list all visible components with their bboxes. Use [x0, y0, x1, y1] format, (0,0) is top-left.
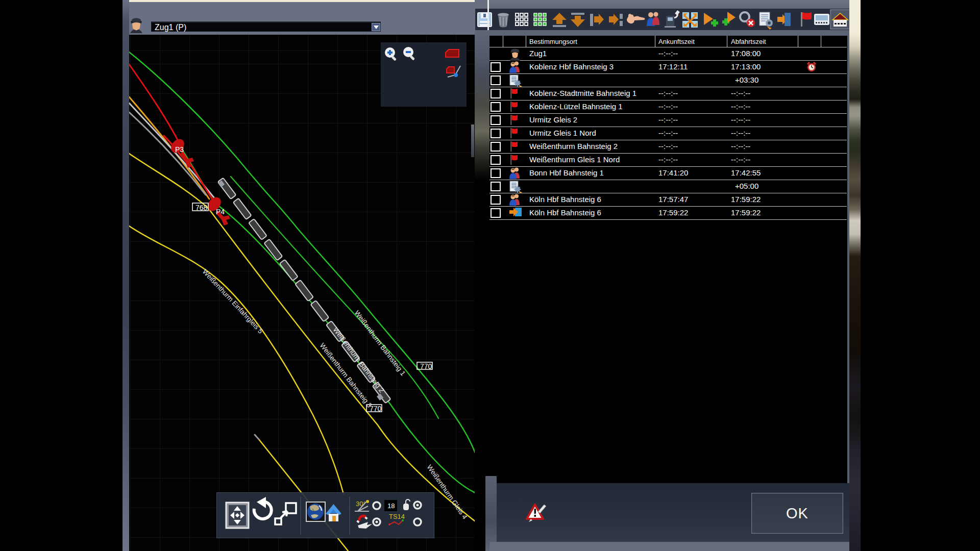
- svg-text:P4: P4: [216, 208, 225, 216]
- svg-text:18: 18: [387, 502, 395, 510]
- svg-text:768: 768: [195, 204, 208, 212]
- svg-text:P3: P3: [175, 145, 184, 154]
- svg-text:770: 770: [420, 362, 432, 370]
- svg-text:TS14: TS14: [389, 513, 405, 520]
- svg-text:Weißenthurm Einfahrgleis 5: Weißenthurm Einfahrgleis 5: [201, 268, 264, 335]
